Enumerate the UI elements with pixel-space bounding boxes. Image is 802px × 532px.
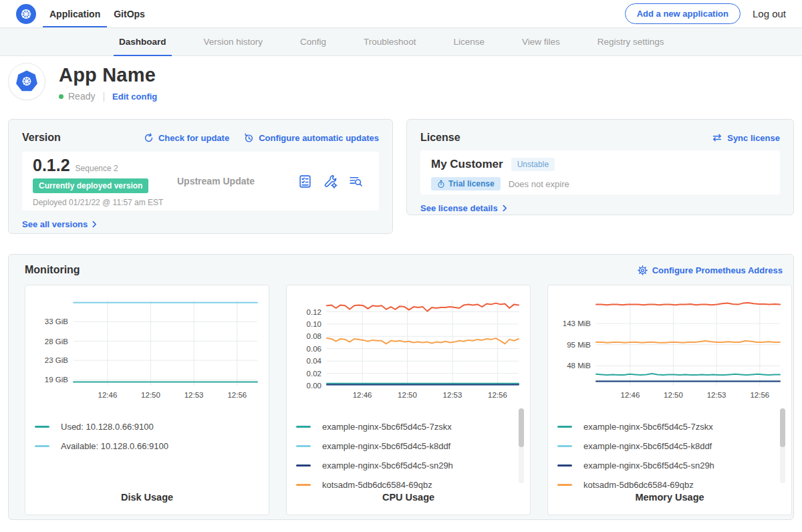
legend-label: kotsadm-5db6dc6584-69qbz (583, 480, 694, 490)
current-version-panel: 0.1.2 Sequence 2 Currently deployed vers… (22, 152, 379, 211)
svg-text:0.04: 0.04 (307, 357, 322, 365)
topnav-right: Add a new application Log out (625, 3, 802, 24)
version-card-links: Check for update Configure automatic upd… (144, 133, 379, 143)
subnav-label: Registry settings (597, 37, 664, 47)
subnav-tab-config[interactable]: Config (295, 28, 331, 55)
legend-color-dash (557, 426, 572, 428)
tab-gitops-label: GitOps (114, 9, 145, 19)
legend-item: example-nginx-5bc6f5d4c5-sn29h (557, 456, 782, 475)
summary-cards-row: Version Check for update Configure autom… (8, 119, 794, 234)
version-card: Version Check for update Configure autom… (8, 119, 393, 234)
configure-automatic-updates-link[interactable]: Configure automatic updates (244, 133, 379, 143)
see-all-versions-link[interactable]: See all versions (22, 219, 97, 229)
disk-usage-chart-card: 19 GiB23 GiB28 GiB33 GiB12:4612:5012:531… (25, 285, 269, 515)
svg-text:28 GiB: 28 GiB (45, 338, 68, 346)
legend-label: kotsadm-5db6dc6584-69qbz (322, 480, 432, 490)
preflight-checklist-icon[interactable] (298, 174, 312, 188)
legend-item: example-nginx-5bc6f5d4c5-k8ddf (296, 436, 521, 456)
svg-text:12:53: 12:53 (443, 391, 462, 399)
edit-config-label: Edit config (112, 92, 157, 102)
cpu-usage-chart: 0.000.020.040.060.080.100.1212:4612:5012… (296, 295, 521, 406)
chart-title-cpu: CPU Usage (287, 492, 530, 503)
see-all-versions-label: See all versions (22, 219, 88, 229)
subnav-tab-license[interactable]: License (448, 28, 490, 55)
chevron-right-icon (503, 205, 507, 212)
monitoring-section: Monitoring Configure Prometheus Address … (8, 254, 794, 520)
subnav-tab-view-files[interactable]: View files (517, 28, 565, 55)
app-status-row: Ready | Edit config (59, 91, 157, 102)
check-update-label: Check for update (158, 133, 229, 143)
subnav-tab-version-history[interactable]: Version history (198, 28, 269, 55)
disk-usage-legend: Used: 10.128.0.66:9100Available: 10.128.… (35, 417, 259, 456)
subnav-label: License (453, 37, 485, 47)
view-logs-icon[interactable] (349, 174, 363, 188)
edit-config-link[interactable]: Edit config (112, 92, 157, 102)
legend-item: Used: 10.128.0.66:9100 (35, 417, 259, 436)
add-application-button[interactable]: Add a new application (625, 3, 741, 24)
subnav-tab-dashboard[interactable]: Dashboard (114, 28, 172, 55)
configure-prometheus-label: Configure Prometheus Address (652, 265, 783, 275)
kots-admin-console: Application GitOps Add a new application… (0, 0, 802, 532)
top-tabs: Application GitOps (43, 0, 152, 27)
see-license-details-link[interactable]: See license details (420, 203, 507, 213)
license-expiry: Does not expire (509, 179, 569, 189)
version-card-header: Version Check for update Configure autom… (22, 130, 379, 145)
legend-color-dash (35, 426, 49, 428)
license-panel: My Customer Unstable Trial license Does … (420, 150, 780, 194)
svg-text:12:56: 12:56 (227, 391, 247, 399)
auto-update-label: Configure automatic updates (259, 133, 379, 143)
app-subnav: Dashboard Version history Config Trouble… (0, 27, 802, 56)
config-wrench-icon[interactable] (323, 174, 338, 188)
page-title: App Name (59, 64, 157, 86)
svg-text:0.12: 0.12 (307, 308, 321, 316)
legend-label: example-nginx-5bc6f5d4c5-7zskx (322, 422, 452, 432)
version-number: 0.1.2 (33, 156, 70, 175)
customer-name: My Customer (431, 158, 503, 171)
kubernetes-logo-icon (16, 4, 36, 24)
app-header: App Name Ready | Edit config (0, 56, 802, 119)
tab-application[interactable]: Application (43, 0, 107, 27)
monitoring-header: Monitoring Configure Prometheus Address (17, 264, 783, 276)
svg-text:0.10: 0.10 (307, 320, 321, 328)
legend-item: example-nginx-5bc6f5d4c5-7zskx (296, 417, 521, 436)
subnav-tab-troubleshoot[interactable]: Troubleshoot (358, 28, 421, 55)
memory-usage-legend: example-nginx-5bc6f5d4c5-7zskxexample-ng… (557, 417, 782, 495)
svg-text:95 MiB: 95 MiB (567, 341, 591, 349)
license-card: License Sync license My Customer Unstabl… (406, 119, 794, 215)
scrollbar-thumb[interactable] (780, 408, 785, 447)
legend-label: example-nginx-5bc6f5d4c5-7zskx (583, 422, 713, 432)
sync-license-link[interactable]: Sync license (712, 133, 780, 143)
logout-link[interactable]: Log out (753, 8, 786, 19)
version-source-label: Upstream Update (177, 176, 255, 186)
configure-prometheus-link[interactable]: Configure Prometheus Address (638, 265, 783, 275)
tab-gitops[interactable]: GitOps (107, 0, 152, 27)
tab-application-label: Application (49, 9, 100, 19)
trial-license-label: Trial license (448, 179, 495, 188)
svg-text:12:56: 12:56 (750, 391, 769, 399)
legend-label: example-nginx-5bc6f5d4c5-sn29h (322, 460, 453, 471)
status-badge: Ready (68, 91, 95, 102)
license-card-title: License (420, 132, 460, 144)
divider: | (102, 91, 105, 102)
check-for-update-link[interactable]: Check for update (144, 133, 229, 143)
svg-text:12:50: 12:50 (141, 391, 160, 399)
cpu-usage-chart-card: 0.000.020.040.060.080.100.1212:4612:5012… (286, 285, 531, 515)
chevron-right-icon (92, 221, 97, 228)
svg-text:19 GiB: 19 GiB (45, 376, 68, 384)
svg-text:12:46: 12:46 (621, 391, 640, 399)
scrollbar-thumb[interactable] (519, 408, 524, 447)
subnav-tab-registry-settings[interactable]: Registry settings (592, 28, 670, 55)
charts-row: 19 GiB23 GiB28 GiB33 GiB12:4612:5012:531… (17, 285, 783, 515)
license-card-header: License Sync license (420, 130, 780, 145)
legend-label: example-nginx-5bc6f5d4c5-k8ddf (322, 441, 450, 451)
cpu-usage-legend: example-nginx-5bc6f5d4c5-7zskxexample-ng… (296, 417, 521, 495)
see-license-details-label: See license details (420, 203, 498, 213)
legend-color-dash (557, 464, 572, 467)
svg-text:12:53: 12:53 (184, 391, 204, 399)
svg-text:143 MiB: 143 MiB (563, 319, 591, 327)
legend-scrollbar[interactable] (780, 408, 785, 483)
legend-color-dash (296, 484, 311, 486)
legend-label: example-nginx-5bc6f5d4c5-sn29h (583, 460, 714, 471)
legend-scrollbar[interactable] (519, 408, 524, 483)
svg-text:12:46: 12:46 (353, 391, 372, 399)
